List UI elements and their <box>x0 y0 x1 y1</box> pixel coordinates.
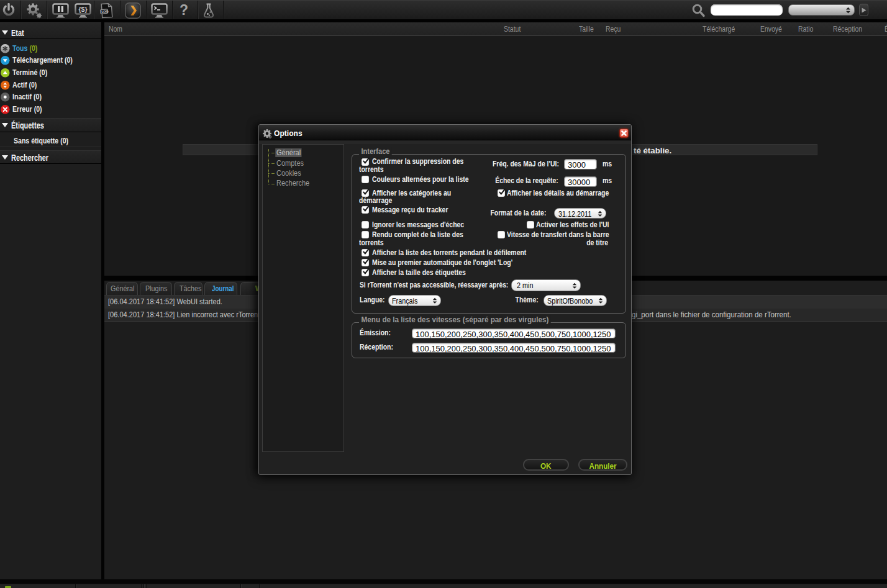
svg-text:{$}: {$} <box>78 6 87 13</box>
svg-text:LOG: LOG <box>101 9 109 14</box>
